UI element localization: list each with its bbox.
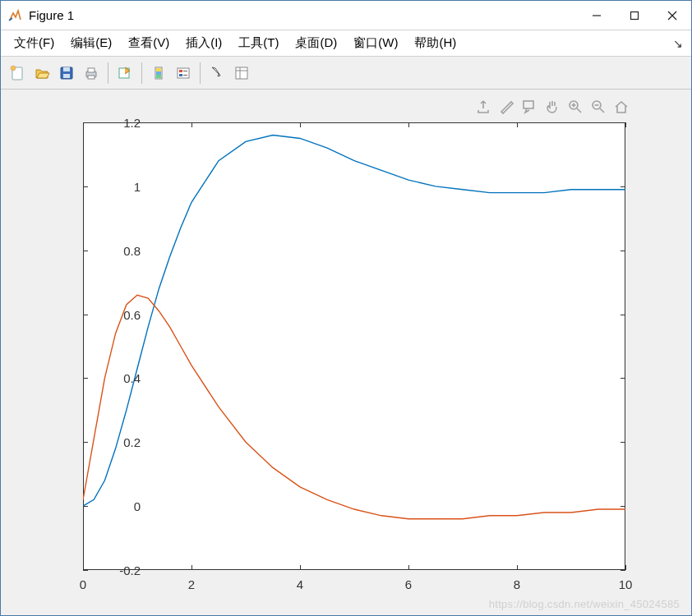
y-tick [83,442,88,443]
toolbar-overflow-icon[interactable]: ↘ [673,37,683,50]
y-tick [83,186,88,187]
toolbar-separator [200,62,201,84]
datatip-icon[interactable] [520,98,538,116]
menu-insert[interactable]: 插入(I) [179,32,228,54]
x-tick [408,122,409,127]
menu-desktop[interactable]: 桌面(D) [288,32,344,54]
toolbar-separator [108,62,108,84]
x-tick [625,565,626,570]
zoom-out-icon[interactable] [589,98,607,116]
menu-window[interactable]: 窗口(W) [347,32,404,54]
menu-file[interactable]: 文件(F) [7,32,61,54]
save-button[interactable] [55,62,78,85]
x-tick-label: 8 [514,577,520,591]
x-tick-label: 0 [80,577,86,591]
y-tick [83,251,88,251]
svg-point-5 [11,66,16,71]
x-tick [517,122,518,127]
svg-rect-17 [178,68,189,78]
y-tick-label: 0.8 [108,243,141,257]
menu-tools[interactable]: 工具(T) [232,32,285,54]
menu-edit[interactable]: 编辑(E) [64,32,118,54]
axes-toolbar [474,98,630,116]
x-tick [408,565,409,570]
svg-rect-7 [63,67,70,71]
y-tick-label: 0.2 [108,435,141,449]
y-tick [83,570,88,571]
edit-plot-button[interactable] [205,62,228,85]
svg-rect-19 [179,74,182,76]
print-button[interactable] [80,62,103,85]
maximize-button[interactable] [616,2,653,30]
brush-icon[interactable] [497,98,515,116]
svg-rect-8 [63,74,70,78]
svg-line-27 [577,108,581,113]
insert-colorbar-button[interactable] [147,62,170,85]
y-tick [620,186,625,187]
plot-lines [83,122,625,570]
toolbar [1,57,691,90]
x-tick [191,565,192,570]
svg-line-31 [600,108,604,113]
close-button[interactable] [653,2,691,30]
y-tick [620,378,625,379]
svg-rect-1 [631,11,639,19]
insert-legend-button[interactable] [172,62,195,85]
window-controls [578,2,691,30]
property-inspector-button[interactable] [230,62,253,85]
menu-help[interactable]: 帮助(H) [408,32,463,54]
y-tick-label: 0 [108,499,141,513]
line-series-1 [83,136,625,507]
x-tick [83,565,84,570]
y-tick [620,506,625,507]
x-tick-label: 10 [619,577,633,591]
line-series-2 [83,295,625,519]
toolbar-separator [141,62,142,84]
open-button[interactable] [30,62,53,85]
figure-area: -0.200.20.40.60.811.20246810 https://blo… [1,90,691,615]
y-tick [620,442,625,443]
new-figure-button[interactable] [6,62,29,85]
y-tick-label: 0.6 [108,307,141,321]
y-tick-label: 0.4 [108,371,141,385]
y-tick [620,315,625,315]
svg-rect-14 [156,68,161,71]
svg-rect-22 [236,67,247,79]
y-tick [83,506,88,507]
matlab-icon [7,8,22,23]
figure-window: Figure 1 文件(F) 编辑(E) 查看(V) 插入(I) 工具(T) 桌… [0,0,692,616]
x-tick [517,565,518,570]
home-icon[interactable] [612,98,630,116]
y-tick-label: -0.2 [108,563,141,577]
pan-icon[interactable] [543,98,561,116]
minimize-button[interactable] [578,2,616,30]
menubar: 文件(F) 编辑(E) 查看(V) 插入(I) 工具(T) 桌面(D) 窗口(W… [1,30,691,57]
watermark: https://blog.csdn.net/weixin_45024585 [489,598,680,610]
y-tick-label: 1 [108,179,141,193]
svg-rect-25 [524,101,533,108]
x-tick-label: 6 [405,577,412,591]
titlebar: Figure 1 [1,1,691,30]
y-tick [83,378,88,379]
svg-rect-11 [88,76,95,79]
y-tick [620,570,625,571]
x-tick-label: 4 [297,577,303,591]
x-tick [300,565,301,570]
x-tick [83,122,84,127]
window-title: Figure 1 [29,8,578,22]
svg-rect-15 [156,71,161,75]
y-tick-label: 1.2 [108,116,141,130]
x-tick [625,122,626,127]
svg-rect-16 [156,75,161,78]
menu-view[interactable]: 查看(V) [122,32,176,54]
y-tick [83,315,88,315]
x-tick-label: 2 [188,577,195,591]
x-tick [300,122,301,127]
svg-rect-10 [88,68,95,72]
zoom-in-icon[interactable] [566,98,584,116]
x-tick [191,122,192,127]
y-tick [620,251,625,251]
export-icon[interactable] [474,98,492,116]
svg-rect-18 [179,70,182,72]
link-data-button[interactable] [113,62,136,85]
